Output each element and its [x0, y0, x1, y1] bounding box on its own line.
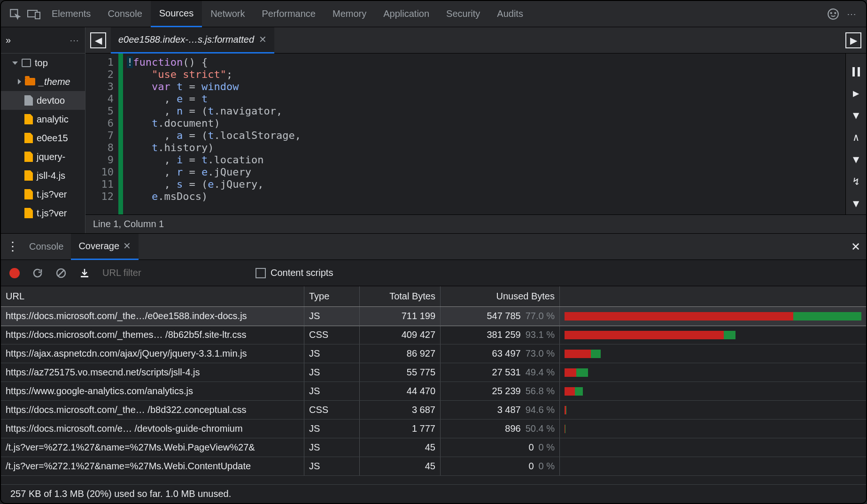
- file-icon: [24, 170, 33, 181]
- header-total[interactable]: Total Bytes: [360, 286, 441, 306]
- source-editor: ◀ e0ee1588.index-…s.js:formatted ✕ ▶ 123…: [85, 27, 866, 233]
- tree-folder-themes[interactable]: _theme: [1, 72, 85, 91]
- url-filter-input[interactable]: [102, 267, 187, 278]
- history-forward-icon[interactable]: ▶: [845, 32, 861, 48]
- header-url[interactable]: URL: [1, 286, 304, 306]
- coverage-row[interactable]: /t.js?ver=%272.1%27&name=%27Ms.Webi.Cont…: [1, 457, 866, 476]
- clear-icon[interactable]: [55, 267, 67, 279]
- step-icon[interactable]: ∧: [853, 131, 859, 143]
- file-tree: top _theme devtooanalytice0ee15jquery-js…: [1, 53, 85, 233]
- coverage-row[interactable]: https://docs.microsoft.com/e… /devtools-…: [1, 420, 866, 438]
- feedback-icon[interactable]: [824, 5, 843, 23]
- file-icon: [24, 189, 33, 199]
- drawer-tab-coverage[interactable]: Coverage✕: [71, 234, 139, 260]
- tab-performance[interactable]: Performance: [254, 1, 325, 27]
- coverage-table: URL Type Total Bytes Unused Bytes https:…: [1, 286, 866, 484]
- drawer-more-icon[interactable]: ⋮: [7, 239, 19, 254]
- navigator-expand-icon[interactable]: »: [6, 35, 11, 46]
- coverage-row[interactable]: https://ajax.aspnetcdn.com/ajax/jQuery/j…: [1, 344, 866, 363]
- header-viz: [560, 286, 866, 306]
- tree-file[interactable]: jsll-4.js: [1, 166, 85, 185]
- file-icon: [24, 114, 33, 124]
- editor-tab[interactable]: e0ee1588.index-…s.js:formatted ✕: [111, 27, 274, 53]
- tab-elements[interactable]: Elements: [43, 1, 99, 27]
- coverage-strip: [118, 53, 123, 214]
- tab-console[interactable]: Console: [99, 1, 150, 27]
- svg-rect-10: [81, 276, 88, 277]
- coverage-summary: 257 KB of 1.3 MB (20%) used so far. 1.0 …: [1, 484, 866, 503]
- device-toggle-icon[interactable]: [24, 5, 43, 23]
- devtools-tab-bar: ElementsConsoleSourcesNetworkPerformance…: [1, 1, 866, 27]
- tab-application[interactable]: Application: [375, 1, 438, 27]
- coverage-header-row: URL Type Total Bytes Unused Bytes: [1, 286, 866, 307]
- coverage-row[interactable]: https://docs.microsoft.com/_themes… /8b6…: [1, 326, 866, 344]
- code-area[interactable]: !function() { "use strict"; var t = wind…: [123, 53, 301, 214]
- file-icon: [24, 208, 33, 218]
- file-icon: [24, 95, 33, 106]
- drawer-close-icon[interactable]: ✕: [851, 240, 860, 253]
- export-icon[interactable]: [79, 267, 90, 279]
- reload-icon[interactable]: [32, 267, 43, 279]
- svg-point-4: [831, 12, 832, 13]
- tab-audits[interactable]: Audits: [488, 1, 532, 27]
- close-drawer-tab-icon[interactable]: ✕: [123, 240, 131, 252]
- tree-frame-top[interactable]: top: [1, 53, 85, 72]
- line-gutter: 123456789101112: [85, 53, 118, 214]
- svg-rect-2: [35, 12, 40, 19]
- svg-point-3: [828, 9, 838, 19]
- coverage-toolbar: Content scripts: [1, 260, 866, 286]
- collapse-icon[interactable]: ▼: [853, 109, 859, 121]
- history-back-icon[interactable]: ◀: [90, 32, 106, 48]
- collapse2-icon[interactable]: ▼: [853, 153, 859, 165]
- tree-file[interactable]: t.js?ver: [1, 185, 85, 204]
- tab-sources[interactable]: Sources: [151, 1, 202, 27]
- record-button[interactable]: [9, 268, 20, 278]
- tab-security[interactable]: Security: [438, 1, 488, 27]
- inspect-icon[interactable]: [6, 5, 24, 23]
- sources-navigator: » ⋯ top _theme devtooanalytice0ee15jquer…: [1, 27, 85, 233]
- tree-file[interactable]: analytic: [1, 110, 85, 129]
- coverage-row[interactable]: https://docs.microsoft.com/_the… /b8d322…: [1, 401, 866, 420]
- svg-line-9: [58, 270, 64, 276]
- svg-rect-6: [852, 67, 855, 76]
- tab-memory[interactable]: Memory: [324, 1, 375, 27]
- coverage-row[interactable]: /t.js?ver=%272.1%27&name=%27Ms.Webi.Page…: [1, 438, 866, 457]
- navigator-more-icon[interactable]: ⋯: [70, 35, 80, 46]
- drawer-tab-console[interactable]: Console: [22, 234, 71, 260]
- tab-network[interactable]: Network: [202, 1, 253, 27]
- header-unused[interactable]: Unused Bytes: [441, 286, 560, 306]
- tree-file[interactable]: t.js?ver: [1, 204, 85, 222]
- coverage-row[interactable]: https://www.google-analytics.com/analyti…: [1, 382, 866, 401]
- header-type[interactable]: Type: [304, 286, 360, 306]
- svg-rect-7: [858, 67, 860, 76]
- debugger-sidebar: ▶ ▼ ∧ ▼ ↯ ▼: [845, 53, 866, 214]
- coverage-row[interactable]: https://docs.microsoft.com/_the…/e0ee158…: [1, 307, 866, 326]
- pause-icon[interactable]: [852, 67, 860, 77]
- tree-file[interactable]: devtoo: [1, 91, 85, 110]
- close-tab-icon[interactable]: ✕: [259, 34, 267, 45]
- svg-point-5: [835, 12, 836, 13]
- more-icon[interactable]: ⋯: [843, 5, 861, 23]
- file-icon: [24, 133, 33, 143]
- coverage-row[interactable]: https://az725175.vo.msecnd.net/scripts/j…: [1, 363, 866, 382]
- collapse3-icon[interactable]: ▼: [853, 198, 859, 209]
- content-scripts-checkbox[interactable]: Content scripts: [255, 267, 333, 278]
- file-icon: [24, 152, 33, 162]
- drawer-tab-bar: ⋮ ConsoleCoverage✕ ✕: [1, 234, 866, 260]
- expand-watch-icon[interactable]: ▶: [853, 87, 859, 99]
- step2-icon[interactable]: ↯: [853, 176, 859, 187]
- editor-status: Line 1, Column 1: [85, 214, 866, 233]
- tree-file[interactable]: jquery-: [1, 147, 85, 166]
- tree-file[interactable]: e0ee15: [1, 129, 85, 147]
